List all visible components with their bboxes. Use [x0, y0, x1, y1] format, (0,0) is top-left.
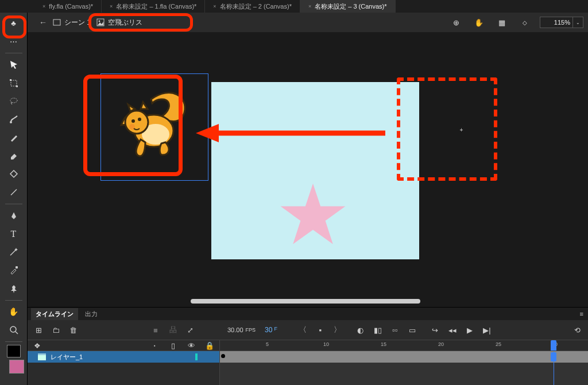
visibility-col-icon[interactable]: 👁 — [186, 340, 196, 351]
graph-icon[interactable]: ⤢ — [185, 325, 195, 335]
svg-marker-8 — [10, 170, 17, 177]
svg-marker-13 — [281, 184, 346, 244]
next-keyframe-icon[interactable]: 〉 — [332, 325, 343, 335]
scene-icon — [53, 18, 61, 26]
card-suit-icon[interactable]: ♣ — [3, 15, 24, 32]
remove-frame-icon[interactable]: ▫▫ — [390, 325, 400, 335]
svg-rect-3 — [11, 80, 17, 86]
layers-icon[interactable]: ❖ — [32, 340, 42, 351]
svg-point-18 — [138, 118, 141, 121]
close-icon[interactable]: × — [213, 3, 216, 9]
fill-swatch[interactable] — [9, 360, 24, 374]
close-icon[interactable]: × — [308, 3, 311, 9]
insert-frame-icon[interactable]: ▮▯ — [373, 325, 383, 335]
layer-icon — [38, 353, 46, 360]
zoom-input[interactable] — [540, 17, 573, 28]
svg-rect-5 — [16, 85, 18, 87]
svg-point-11 — [10, 326, 16, 332]
playhead[interactable] — [551, 340, 556, 351]
svg-point-6 — [10, 98, 17, 103]
current-frame[interactable]: 30 F — [265, 326, 277, 334]
tab-timeline[interactable]: タイムライン — [31, 308, 78, 320]
lasso-tool-icon[interactable] — [3, 93, 24, 110]
svg-line-9 — [11, 189, 17, 195]
fps-label: FPS — [246, 327, 256, 333]
svg-rect-23 — [38, 353, 46, 355]
tab-label: 名称未設定 – 3 (Canvas)* — [315, 2, 386, 11]
hand-tool-icon[interactable]: ✋ — [471, 14, 487, 30]
layer-name: レイヤー_1 — [51, 353, 83, 361]
registration-point-icon: + — [459, 127, 464, 133]
close-icon[interactable]: × — [42, 3, 45, 9]
frame-grid[interactable] — [220, 351, 588, 385]
playhead-line — [554, 351, 554, 385]
outline-col-icon[interactable]: ▯ — [168, 340, 178, 351]
clip-content-icon[interactable]: ▦ — [494, 14, 510, 30]
add-layer-icon[interactable]: ⊞ — [33, 325, 44, 335]
free-transform-tool-icon[interactable] — [3, 75, 24, 92]
selection-tool-icon[interactable] — [3, 56, 24, 73]
zoom-tool-icon[interactable] — [3, 321, 24, 339]
stage[interactable]: + — [28, 32, 588, 307]
zoom-stepper-icon[interactable]: ◇ — [517, 14, 533, 30]
pen-tool-icon[interactable] — [3, 207, 24, 224]
svg-point-7 — [10, 121, 12, 123]
prev-keyframe-icon[interactable]: 〈 — [298, 325, 308, 335]
close-icon[interactable]: × — [110, 3, 113, 9]
svg-rect-0 — [53, 20, 60, 25]
star-shape[interactable] — [278, 180, 347, 249]
svg-line-12 — [16, 332, 18, 334]
brush-tool-icon[interactable] — [3, 129, 24, 146]
frame-ruler[interactable]: 5 10 15 20 25 30 — [220, 340, 588, 351]
symbol-instance[interactable] — [102, 75, 206, 178]
hand-tool-icon[interactable]: ✋ — [3, 304, 24, 321]
stroke-swatch[interactable] — [7, 345, 21, 357]
document-tab[interactable]: ×名称未設定 – 2 (Canvas)* — [205, 0, 300, 13]
lock-col-icon[interactable]: 🔒 — [204, 340, 215, 351]
undo-icon[interactable]: ⟲ — [572, 325, 582, 335]
parent-view-icon[interactable]: 品 — [168, 325, 178, 335]
loop-icon[interactable]: ↪ — [430, 325, 440, 335]
dots-menu-icon[interactable]: ⋯ — [3, 33, 24, 50]
rectangle-tool-icon[interactable] — [3, 166, 24, 183]
layer-row[interactable]: レイヤー_1 — [28, 351, 219, 363]
play-icon[interactable]: ▶ — [465, 325, 475, 335]
fps-value[interactable]: 30.00 — [227, 326, 243, 333]
stop-icon[interactable]: ▪ — [315, 325, 326, 335]
folder-icon[interactable]: 🗀 — [51, 325, 61, 335]
onion-skin-icon[interactable]: ◐ — [355, 325, 366, 335]
eyedropper-tool-icon[interactable] — [3, 262, 24, 279]
insert-keyframe-icon[interactable]: ▭ — [407, 325, 417, 335]
document-tab[interactable]: ×名称未設定 – 3 (Canvas)* — [300, 0, 396, 13]
eraser-tool-icon[interactable] — [3, 147, 24, 165]
trash-icon[interactable]: 🗑 — [68, 325, 78, 335]
line-tool-icon[interactable] — [3, 184, 24, 201]
color-swatches[interactable] — [3, 345, 24, 374]
step-forward-icon[interactable]: ▶| — [482, 325, 492, 335]
svg-rect-22 — [38, 355, 46, 360]
text-tool-icon[interactable]: T — [3, 225, 24, 243]
panel-menu-icon[interactable]: ≡ — [580, 310, 583, 317]
rewind-icon[interactable]: ◂◂ — [447, 325, 458, 335]
svg-rect-10 — [16, 266, 18, 269]
stage-scrollbar-horizontal[interactable] — [191, 299, 420, 304]
document-tab[interactable]: ×名称未設定 – 1.fla (Canvas)* — [102, 0, 205, 13]
timeline-panel: タイムライン 出力 ≡ ⊞ 🗀 🗑 ■ 品 ⤢ 30.00 FPS 30 F — [28, 307, 588, 385]
pin-tool-icon[interactable] — [3, 280, 24, 297]
tools-panel: ♣ ⋯ T ✋ — [0, 13, 28, 385]
symbol-label[interactable]: 空飛ぶリス — [96, 18, 142, 28]
keyframe-marker[interactable] — [221, 354, 225, 358]
timeline-header: ❖ ● ▯ 👁 🔒 5 10 15 20 25 30 — [28, 340, 588, 351]
center-stage-icon[interactable]: ⊕ — [448, 14, 464, 30]
svg-point-2 — [99, 21, 100, 22]
camera-icon[interactable]: ■ — [150, 325, 161, 335]
wand-tool-icon[interactable] — [3, 243, 24, 260]
back-arrow-icon[interactable]: ← — [39, 18, 47, 27]
highlight-col-icon[interactable]: ● — [149, 340, 160, 351]
tab-output[interactable]: 出力 — [80, 308, 102, 320]
document-tab[interactable]: ×fly.fla (Canvas)* — [34, 0, 102, 13]
scene-label[interactable]: シーン 1 — [53, 18, 91, 28]
timeline-tabs: タイムライン 出力 ≡ — [28, 308, 588, 320]
zoom-dropdown[interactable]: ⌄ — [573, 17, 583, 28]
fluid-brush-tool-icon[interactable] — [3, 111, 24, 129]
